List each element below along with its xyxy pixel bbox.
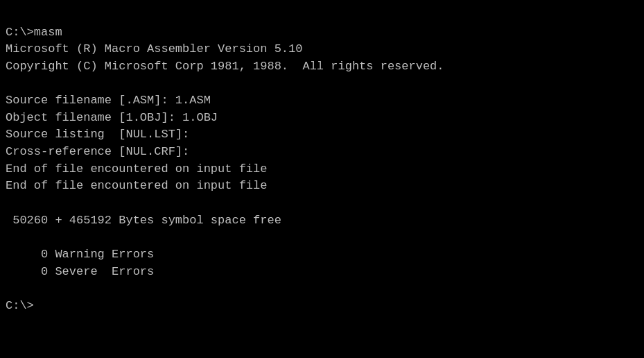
terminal-line: 0 Warning Errors <box>6 246 638 264</box>
terminal-line: Source listing [NUL.LST]: <box>6 126 638 144</box>
terminal-line: 50260 + 465192 Bytes symbol space free <box>6 212 638 230</box>
terminal-line: 0 Severe Errors <box>6 264 638 281</box>
terminal-line: End of file encountered on input file <box>6 161 638 178</box>
terminal-line: C:\> <box>6 298 638 315</box>
terminal-line: Copyright (C) Microsoft Corp 1981, 1988.… <box>6 58 638 76</box>
terminal-line <box>6 280 638 298</box>
terminal-line: C:\>masm <box>6 24 638 42</box>
terminal-line: Cross-reference [NUL.CRF]: <box>6 144 638 161</box>
terminal-window: C:\>masmMicrosoft (R) Macro Assembler Ve… <box>0 0 644 358</box>
terminal-line <box>6 195 638 212</box>
terminal-line <box>6 76 638 93</box>
terminal-line: Source filename [.ASM]: 1.ASM <box>6 92 638 110</box>
terminal-line: Microsoft (R) Macro Assembler Version 5.… <box>6 41 638 58</box>
terminal-line: Object filename [1.OBJ]: 1.OBJ <box>6 110 638 127</box>
terminal-line <box>6 229 638 246</box>
terminal-line: End of file encountered on input file <box>6 178 638 195</box>
